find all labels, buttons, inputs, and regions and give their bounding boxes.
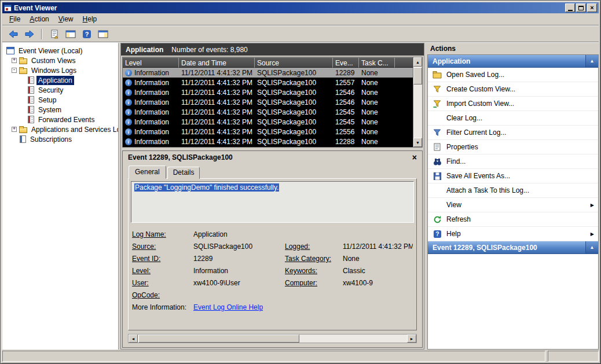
action-open-saved-log[interactable]: Open Saved Log...	[428, 68, 598, 82]
window-title: Event Viewer	[14, 4, 57, 12]
back-button[interactable]	[6, 27, 20, 41]
opcode-label: OpCode:	[132, 291, 193, 299]
menu-file[interactable]: File	[5, 13, 25, 25]
tree-item-event-viewer-local[interactable]: Event Viewer (Local)	[2, 46, 118, 56]
action-properties[interactable]: Properties	[428, 140, 598, 155]
tree-item-subscriptions[interactable]: Subscriptions	[2, 134, 118, 144]
collapse-icon[interactable]: -	[12, 68, 17, 73]
action-help-submenu[interactable]: ? Help ▶	[428, 227, 598, 241]
action-view-submenu[interactable]: View ▶	[428, 198, 598, 212]
event-row[interactable]: iInformation 11/12/2011 4:41:32 PM SQLIS…	[123, 78, 413, 87]
tree-item-windows-logs[interactable]: - Windows Logs	[2, 65, 118, 75]
log-summary-bar: Application Number of events: 8,980	[121, 43, 424, 56]
information-icon: i	[125, 69, 132, 76]
minimize-button[interactable]	[565, 3, 575, 12]
event-row[interactable]: iInformation 11/12/2011 4:41:32 PM SQLIS…	[123, 87, 413, 97]
menu-view[interactable]: View	[54, 13, 78, 25]
action-attach-task[interactable]: Attach a Task To this Log...	[428, 183, 598, 198]
main-area: Event Viewer (Local) + Custom Views - Wi…	[2, 43, 599, 350]
event-row[interactable]: iInformation 11/12/2011 4:41:32 PM SQLIS…	[123, 127, 413, 137]
tree-item-custom-views[interactable]: + Custom Views	[2, 56, 118, 65]
cell-date: 11/12/2011 4:41:32 PM	[179, 108, 255, 116]
action-create-custom-view[interactable]: Create Custom View...	[428, 82, 598, 97]
vertical-scrollbar[interactable]: ▲ ▼	[413, 57, 422, 147]
source-label: Source:	[132, 242, 193, 251]
create-view-icon	[432, 84, 442, 94]
log-title: Application	[126, 46, 163, 54]
scroll-down-icon[interactable]: ▼	[413, 138, 422, 147]
computer-label: Computer:	[285, 279, 343, 287]
collapse-section-icon[interactable]: ▲	[585, 241, 598, 253]
column-header-date[interactable]: Date and Time	[179, 57, 255, 68]
menu-help[interactable]: Help	[78, 13, 102, 25]
maximize-button[interactable]	[576, 3, 586, 12]
tab-general[interactable]: General	[129, 166, 166, 179]
toolbar-separator	[41, 29, 42, 39]
scrollbar-track[interactable]	[299, 334, 407, 343]
event-description-box[interactable]: Package "LoggingDemo" finished successfu…	[131, 181, 414, 223]
console-tree: Event Viewer (Local) + Custom Views - Wi…	[2, 43, 119, 350]
cell-date: 11/12/2011 4:41:32 PM	[179, 89, 255, 97]
scrollbar-thumb[interactable]	[413, 67, 422, 84]
tree-item-application[interactable]: Application	[2, 75, 118, 85]
actions-section-event[interactable]: Event 12289, SQLISPackage100 ▲	[428, 241, 598, 254]
save-icon	[432, 171, 442, 181]
back-icon	[9, 30, 18, 39]
horizontal-scrollbar[interactable]: ◄ ►	[128, 334, 417, 343]
column-header-source[interactable]: Source	[255, 57, 333, 68]
collapse-section-icon[interactable]: ▲	[585, 55, 598, 67]
tab-details[interactable]: Details	[167, 167, 200, 179]
cell-source: SQLISPackage100	[255, 118, 333, 126]
console-tree-button[interactable]	[63, 27, 78, 41]
event-count: Number of events: 8,980	[171, 46, 247, 54]
scroll-right-icon[interactable]: ►	[407, 334, 416, 343]
scrollbar-thumb[interactable]	[138, 334, 299, 343]
action-pane-button[interactable]	[96, 27, 110, 41]
scroll-left-icon[interactable]: ◄	[129, 334, 138, 343]
scrollbar-track[interactable]	[413, 84, 422, 138]
tree-item-setup[interactable]: Setup	[2, 95, 118, 105]
action-save-all-events-as[interactable]: Save All Events As...	[428, 169, 598, 183]
keywords-label: Keywords:	[285, 267, 343, 275]
submenu-arrow-icon: ▶	[591, 231, 594, 237]
event-row[interactable]: iInformation 11/12/2011 4:41:32 PM SQLIS…	[123, 117, 413, 127]
tree-item-applications-services-logs[interactable]: + Applications and Services Logs	[2, 124, 118, 134]
cell-task: None	[359, 108, 395, 116]
cell-level: iInformation	[123, 128, 179, 136]
expand-icon[interactable]: +	[12, 127, 17, 132]
event-log-online-help-link[interactable]: Event Log Online Help	[193, 303, 263, 311]
tree-item-system[interactable]: System	[2, 105, 118, 115]
import-view-icon	[432, 99, 442, 108]
action-find[interactable]: Find...	[428, 155, 598, 169]
event-row[interactable]: iInformation 11/12/2011 4:41:32 PM SQLIS…	[123, 107, 413, 117]
export-list-button[interactable]	[47, 27, 61, 41]
event-row[interactable]: iInformation 11/12/2011 4:41:32 PM SQLIS…	[123, 68, 413, 78]
event-detail-titlebar: Event 12289, SQLISPackage100 ×	[123, 151, 422, 164]
action-filter-current-log[interactable]: Filter Current Log...	[428, 126, 598, 140]
open-folder-icon	[432, 70, 442, 79]
column-header-task-category[interactable]: Task C...	[359, 57, 395, 68]
tree-item-security[interactable]: Security	[2, 85, 118, 95]
menu-action[interactable]: Action	[25, 13, 53, 25]
help-button[interactable]: ?	[79, 27, 94, 41]
close-button[interactable]: ×	[587, 3, 597, 12]
action-refresh[interactable]: Refresh	[428, 212, 598, 227]
tree-item-forwarded-events[interactable]: Forwarded Events	[2, 115, 118, 124]
cell-task: None	[359, 89, 395, 97]
column-header-level[interactable]: Level	[123, 57, 179, 68]
actions-section-title: Event 12289, SQLISPackage100	[433, 244, 537, 252]
folder-icon	[19, 127, 27, 133]
scroll-up-icon[interactable]: ▲	[413, 57, 422, 67]
actions-pane-title: Actions	[427, 43, 599, 54]
action-clear-log[interactable]: Clear Log...	[428, 111, 598, 126]
cell-date: 11/12/2011 4:41:32 PM	[179, 69, 255, 77]
forward-button[interactable]	[22, 27, 36, 41]
event-row[interactable]: iInformation 11/12/2011 4:41:32 PM SQLIS…	[123, 137, 413, 146]
close-detail-icon[interactable]: ×	[412, 153, 417, 161]
event-row[interactable]: iInformation 11/12/2011 4:41:32 PM SQLIS…	[123, 97, 413, 107]
expand-icon[interactable]: +	[12, 58, 17, 63]
column-header-event-id[interactable]: Eve...	[333, 57, 359, 68]
action-import-custom-view[interactable]: Import Custom View...	[428, 97, 598, 111]
level-value: Information	[193, 267, 285, 275]
actions-section-application[interactable]: Application ▲	[428, 55, 598, 68]
